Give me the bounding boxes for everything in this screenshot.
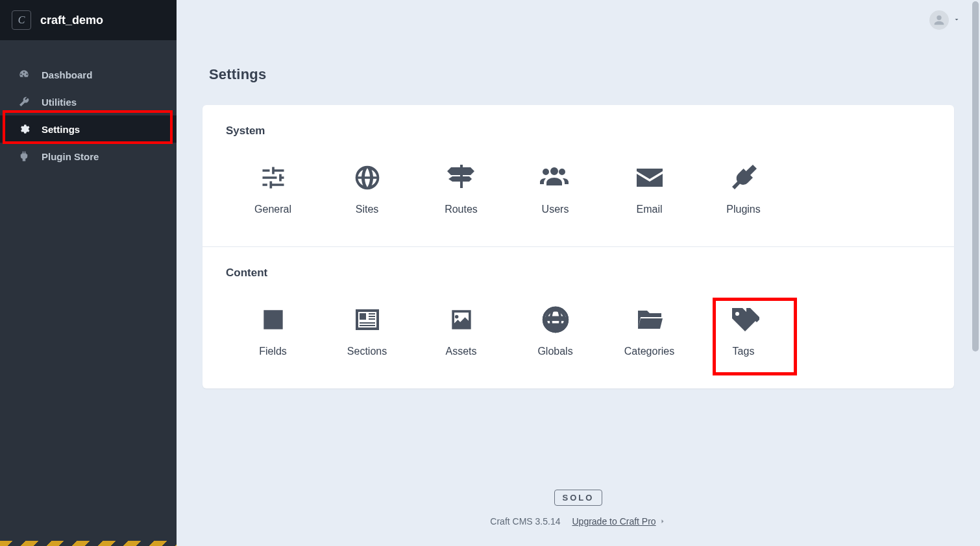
envelope-icon [602, 160, 696, 196]
user-menu[interactable] [929, 10, 961, 30]
plug-icon [17, 150, 31, 162]
footer: SOLO Craft CMS 3.5.14 Upgrade to Craft P… [177, 464, 980, 546]
section-title: Content [226, 267, 931, 279]
tile-label: Routes [414, 204, 508, 215]
nav-item-utilities[interactable]: Utilities [0, 88, 177, 115]
tile-fields[interactable]: Fields [226, 296, 320, 362]
tile-label: Sites [320, 204, 414, 215]
page-title: Settings [177, 40, 980, 105]
upgrade-link-label: Upgrade to Craft Pro [572, 516, 655, 527]
dashboard-icon [17, 69, 31, 80]
image-icon [414, 302, 508, 338]
nav-item-plugin-store[interactable]: Plugin Store [0, 143, 177, 170]
users-icon [508, 160, 602, 196]
nav-item-label: Plugin Store [42, 151, 99, 162]
signpost-icon [414, 160, 508, 196]
nav: Dashboard Utilities Settings Plugin Stor… [0, 40, 177, 170]
upgrade-link[interactable]: Upgrade to Craft Pro [572, 516, 666, 527]
system-section: System General Sites Routes [202, 105, 954, 246]
sidebar-header[interactable]: C craft_demo [0, 0, 177, 40]
site-logo-letter: C [18, 14, 25, 26]
tile-general[interactable]: General [226, 154, 320, 220]
site-logo: C [12, 10, 31, 30]
tile-label: Sections [320, 346, 414, 357]
tile-label: Users [508, 204, 602, 215]
tile-tags[interactable]: Tags [696, 296, 790, 362]
tile-sections[interactable]: Sections [320, 296, 414, 362]
settings-card: System General Sites Routes [202, 105, 954, 388]
tile-label: Fields [226, 346, 320, 357]
edition-badge[interactable]: SOLO [554, 490, 603, 506]
tile-label: Categories [602, 346, 696, 357]
avatar-icon [929, 10, 949, 30]
sliders-icon [226, 160, 320, 196]
pencil-square-icon [226, 302, 320, 338]
tile-globals[interactable]: Globals [508, 296, 602, 362]
tile-plugins[interactable]: Plugins [696, 154, 790, 220]
tile-assets[interactable]: Assets [414, 296, 508, 362]
sphere-icon [508, 302, 602, 338]
nav-item-dashboard[interactable]: Dashboard [0, 61, 177, 88]
nav-item-label: Settings [42, 124, 80, 135]
content-section: Content Fields Sections Assets [202, 246, 954, 388]
nav-item-label: Dashboard [42, 69, 92, 80]
chevron-down-icon [953, 14, 961, 26]
tile-label: Globals [508, 346, 602, 357]
sidebar: C craft_demo Dashboard Utilities Setting… [0, 0, 177, 546]
tile-routes[interactable]: Routes [414, 154, 508, 220]
scrollbar[interactable] [972, 1, 979, 351]
tile-email[interactable]: Email [602, 154, 696, 220]
nav-item-label: Utilities [42, 97, 77, 108]
tile-label: General [226, 204, 320, 215]
topbar [177, 0, 980, 40]
site-name: craft_demo [40, 14, 103, 27]
section-title: System [226, 125, 931, 137]
gear-icon [17, 123, 31, 135]
tags-icon [696, 302, 790, 338]
main-content: Settings System General Sites Routes [177, 0, 980, 546]
newspaper-icon [320, 302, 414, 338]
tile-sites[interactable]: Sites [320, 154, 414, 220]
tile-categories[interactable]: Categories [602, 296, 696, 362]
plug-big-icon [696, 160, 790, 196]
nav-item-settings[interactable]: Settings [0, 115, 177, 143]
version-text: Craft CMS 3.5.14 [490, 516, 560, 527]
tile-users[interactable]: Users [508, 154, 602, 220]
wrench-icon [17, 96, 31, 108]
folder-icon [602, 302, 696, 338]
globe-icon [320, 160, 414, 196]
tile-label: Plugins [696, 204, 790, 215]
hazard-stripe [0, 541, 177, 546]
tile-label: Email [602, 204, 696, 215]
tile-label: Tags [696, 346, 790, 357]
tile-label: Assets [414, 346, 508, 357]
